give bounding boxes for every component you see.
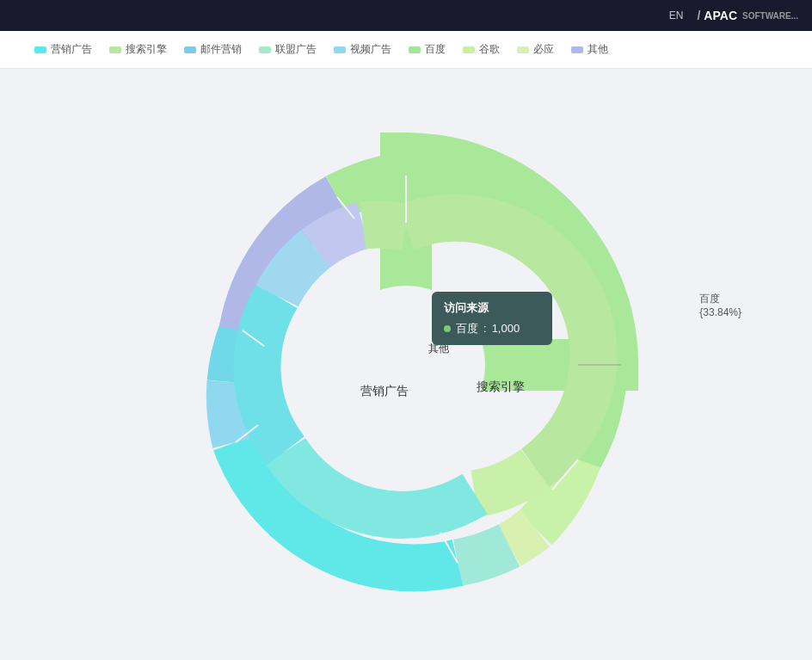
legend-label: 其他 bbox=[587, 42, 608, 57]
legend-item: 营销广告 bbox=[34, 42, 92, 57]
legend-item: 视频广告 bbox=[334, 42, 391, 57]
svg-text:搜索引擎: 搜索引擎 bbox=[477, 379, 525, 393]
legend-label: 联盟广告 bbox=[275, 42, 317, 57]
logo: / APAC SOFTWARE... bbox=[697, 9, 798, 22]
legend-label: 邮件营销 bbox=[200, 42, 242, 57]
legend-label: 搜索引擎 bbox=[126, 42, 167, 57]
language-selector[interactable]: EN bbox=[669, 9, 684, 22]
legend-label: 谷歌 bbox=[479, 42, 500, 57]
legend-color bbox=[334, 46, 346, 53]
logo-slash: / bbox=[697, 9, 700, 22]
legend-label: 必应 bbox=[533, 42, 554, 57]
svg-point-0 bbox=[327, 286, 485, 444]
legend-color bbox=[517, 46, 529, 53]
legend-item: 必应 bbox=[517, 42, 554, 57]
svg-text:营销广告: 营销广告 bbox=[360, 384, 409, 398]
baidu-percent-text: {33.84%} bbox=[699, 306, 741, 318]
legend-color bbox=[184, 46, 196, 53]
legend-color bbox=[463, 46, 475, 53]
header: EN / APAC SOFTWARE... bbox=[0, 0, 812, 31]
svg-text:其他: 其他 bbox=[428, 342, 449, 355]
legend-color bbox=[571, 46, 583, 53]
main-content: 营销广告 搜索引擎 其他 访问来源 百度: 1,000 百度 {33.84%} bbox=[0, 69, 812, 660]
baidu-label-text: 百度 bbox=[699, 292, 741, 306]
legend-item: 联盟广告 bbox=[259, 42, 317, 57]
legend-item: 搜索引擎 bbox=[109, 42, 167, 57]
outer-label-baidu: 百度 {33.84%} bbox=[699, 292, 741, 318]
legend-color bbox=[109, 46, 121, 53]
donut-chart: 营销广告 搜索引擎 其他 访问来源 百度: 1,000 百度 {33.84%} bbox=[165, 124, 647, 606]
logo-sub: SOFTWARE... bbox=[742, 11, 798, 21]
legend-label: 百度 bbox=[425, 42, 446, 57]
legend-color bbox=[409, 46, 421, 53]
legend-bar: 营销广告搜索引擎邮件营销联盟广告视频广告百度谷歌必应其他 bbox=[0, 31, 812, 69]
legend-color bbox=[259, 46, 271, 53]
logo-text: APAC bbox=[704, 9, 737, 22]
legend-item: 百度 bbox=[409, 42, 446, 57]
legend-label: 营销广告 bbox=[51, 42, 92, 57]
legend-item: 谷歌 bbox=[463, 42, 500, 57]
legend-label: 视频广告 bbox=[350, 42, 391, 57]
legend-color bbox=[34, 46, 46, 53]
chart-svg: 营销广告 搜索引擎 其他 bbox=[165, 124, 647, 606]
legend-item: 邮件营销 bbox=[184, 42, 242, 57]
legend-item: 其他 bbox=[571, 42, 608, 57]
